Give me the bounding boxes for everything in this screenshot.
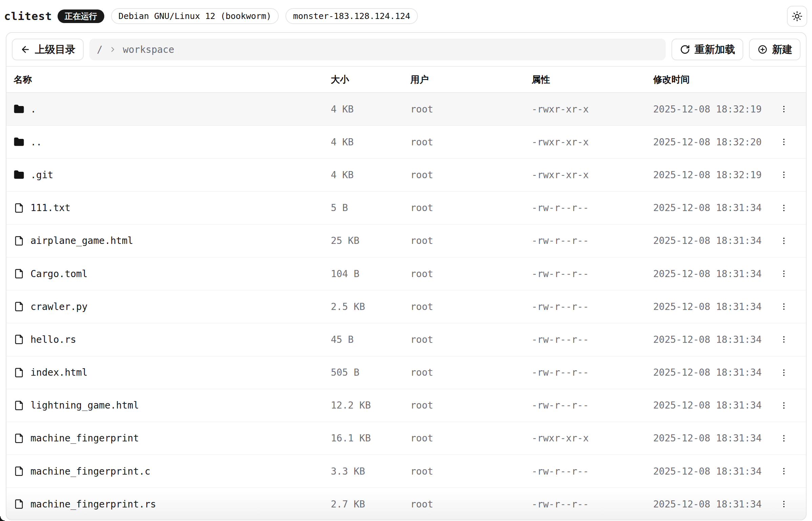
file-table-body: . 4 KB root -rwxr-xr-x 2025-12-08 18:32:…: [6, 93, 806, 520]
file-user: root: [410, 202, 532, 213]
file-mtime: 2025-12-08 18:31:34: [653, 334, 769, 345]
table-row[interactable]: hello.rs 45 B root -rw-r--r-- 2025-12-08…: [6, 323, 806, 356]
file-mtime: 2025-12-08 18:32:20: [653, 137, 769, 148]
row-menu-button[interactable]: [776, 101, 792, 117]
file-perms: -rw-r--r--: [532, 268, 653, 279]
file-perms: -rw-r--r--: [532, 400, 653, 411]
table-row[interactable]: .. 4 KB root -rwxr-xr-x 2025-12-08 18:32…: [6, 126, 806, 159]
file-perms: -rw-r--r--: [532, 334, 653, 345]
file-perms: -rwxr-xr-x: [532, 169, 653, 181]
file-name: ..: [30, 137, 42, 148]
file-icon: [14, 400, 24, 411]
file-perms: -rwxr-xr-x: [532, 433, 653, 444]
file-mtime: 2025-12-08 18:31:34: [653, 235, 769, 246]
parent-directory-label: 上级目录: [35, 43, 76, 57]
table-row[interactable]: machine_fingerprint.c 3.3 KB root -rw-r-…: [6, 455, 806, 488]
file-user: root: [410, 466, 532, 477]
file-name: airplane_game.html: [30, 235, 133, 246]
file-mtime: 2025-12-08 18:31:34: [653, 367, 769, 378]
kebab-icon: [779, 269, 788, 278]
table-row[interactable]: airplane_game.html 25 KB root -rw-r--r--…: [6, 225, 806, 257]
file-mtime: 2025-12-08 18:31:34: [653, 499, 769, 510]
kebab-icon: [779, 204, 788, 212]
row-menu-button[interactable]: [776, 298, 792, 315]
app-title: clitest: [4, 10, 52, 23]
file-perms: -rw-r--r--: [532, 499, 653, 510]
file-size: 25 KB: [331, 235, 410, 246]
file-perms: -rwxr-xr-x: [532, 137, 653, 148]
table-row[interactable]: lightning_game.html 12.2 KB root -rw-r--…: [6, 389, 806, 422]
row-menu-button[interactable]: [776, 266, 792, 282]
new-button[interactable]: 新建: [749, 39, 800, 60]
table-row[interactable]: . 4 KB root -rwxr-xr-x 2025-12-08 18:32:…: [6, 93, 806, 126]
chevron-right-icon: [107, 45, 118, 54]
file-user: root: [410, 235, 532, 246]
file-user: root: [410, 499, 532, 510]
file-name: .git: [30, 169, 53, 181]
top-bar: clitest 正在运行 Debian GNU/Linux 12 (bookwo…: [0, 0, 812, 32]
row-menu-button[interactable]: [776, 430, 792, 446]
row-menu-button[interactable]: [776, 134, 792, 150]
row-menu-button[interactable]: [776, 167, 792, 183]
file-icon: [14, 367, 24, 378]
file-user: root: [410, 137, 532, 148]
kebab-icon: [779, 105, 788, 113]
file-perms: -rw-r--r--: [532, 466, 653, 477]
table-row[interactable]: .git 4 KB root -rwxr-xr-x 2025-12-08 18:…: [6, 159, 806, 191]
kebab-icon: [779, 467, 788, 476]
file-perms: -rw-r--r--: [532, 367, 653, 378]
file-mtime: 2025-12-08 18:31:34: [653, 202, 769, 213]
row-menu-button[interactable]: [776, 496, 792, 512]
file-name: 111.txt: [30, 202, 70, 213]
file-size: 16.1 KB: [331, 433, 410, 444]
table-row[interactable]: index.html 505 B root -rw-r--r-- 2025-12…: [6, 356, 806, 389]
table-row[interactable]: machine_fingerprint.rs 2.7 KB root -rw-r…: [6, 488, 806, 520]
file-name: Cargo.toml: [30, 268, 88, 279]
file-name: crawler.py: [30, 301, 88, 312]
breadcrumb: / workspace: [89, 39, 666, 60]
os-pill: Debian GNU/Linux 12 (bookworm): [111, 8, 279, 24]
kebab-icon: [779, 335, 788, 344]
rotate-cw-icon: [680, 44, 690, 55]
kebab-icon: [779, 302, 788, 311]
table-row[interactable]: crawler.py 2.5 KB root -rw-r--r-- 2025-1…: [6, 290, 806, 323]
theme-toggle-button[interactable]: [787, 6, 807, 27]
folder-icon: [14, 104, 24, 114]
file-mtime: 2025-12-08 18:31:34: [653, 301, 769, 312]
new-label: 新建: [772, 43, 792, 57]
file-user: root: [410, 104, 532, 115]
file-size: 5 B: [331, 202, 410, 213]
table-row[interactable]: Cargo.toml 104 B root -rw-r--r-- 2025-12…: [6, 257, 806, 290]
row-menu-button[interactable]: [776, 331, 792, 348]
file-user: root: [410, 169, 532, 181]
kebab-icon: [779, 170, 788, 179]
row-menu-button[interactable]: [776, 397, 792, 414]
file-name: machine_fingerprint: [30, 433, 139, 444]
row-menu-button[interactable]: [776, 463, 792, 479]
file-perms: -rw-r--r--: [532, 301, 653, 312]
file-user: root: [410, 400, 532, 411]
table-header-row: 名称 大小 用户 属性 修改时间: [6, 67, 806, 93]
reload-button[interactable]: 重新加载: [671, 39, 743, 60]
breadcrumb-root[interactable]: /: [97, 44, 103, 55]
row-menu-button[interactable]: [776, 364, 792, 381]
row-menu-button[interactable]: [776, 200, 792, 216]
parent-directory-button[interactable]: 上级目录: [12, 39, 84, 60]
kebab-icon: [779, 401, 788, 410]
window-corner: [0, 516, 5, 521]
status-badge: 正在运行: [58, 9, 104, 23]
file-toolbar: 上级目录 / workspace 重新加载: [6, 33, 806, 67]
file-icon: [14, 268, 24, 279]
file-name: machine_fingerprint.c: [30, 466, 150, 477]
file-user: root: [410, 268, 532, 279]
table-row[interactable]: 111.txt 5 B root -rw-r--r-- 2025-12-08 1…: [6, 192, 806, 225]
file-size: 2.7 KB: [331, 499, 410, 510]
file-user: root: [410, 433, 532, 444]
arrow-left-icon: [20, 44, 31, 55]
file-size: 505 B: [331, 367, 410, 378]
row-menu-button[interactable]: [776, 233, 792, 249]
file-user: root: [410, 334, 532, 345]
file-name: machine_fingerprint.rs: [30, 499, 156, 510]
breadcrumb-segment[interactable]: workspace: [123, 44, 174, 55]
table-row[interactable]: machine_fingerprint 16.1 KB root -rwxr-x…: [6, 422, 806, 455]
